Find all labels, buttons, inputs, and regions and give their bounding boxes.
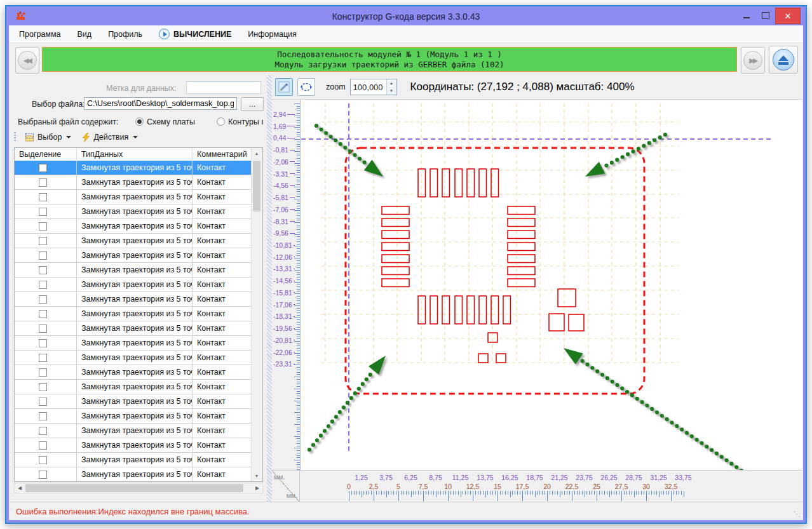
pad[interactable]: [467, 169, 475, 197]
row-checkbox[interactable]: [39, 193, 47, 201]
row-checkbox[interactable]: [39, 412, 47, 420]
select-dropdown-button[interactable]: Выбор: [21, 131, 75, 144]
table-row[interactable]: Замкнутая траектория из 5 точек.Контакт: [15, 219, 252, 234]
pad[interactable]: [508, 218, 535, 227]
column-header-selection[interactable]: Выделение: [15, 148, 77, 161]
spin-down-button[interactable]: ▼: [387, 87, 396, 95]
table-row[interactable]: Замкнутая траектория из 5 точек.Контакт: [15, 467, 252, 481]
maximize-button[interactable]: [756, 8, 775, 23]
column-header-comment[interactable]: Комментарий: [193, 148, 252, 161]
scroll-up-button[interactable]: ▲: [252, 148, 262, 159]
pad[interactable]: [508, 231, 535, 239]
next-module-button[interactable]: ▸▸: [741, 47, 765, 74]
close-button[interactable]: ✕: [775, 8, 801, 24]
pad[interactable]: [569, 314, 584, 331]
minimize-button[interactable]: [737, 8, 756, 23]
table-row[interactable]: Замкнутая траектория из 5 точек.Контакт: [15, 351, 252, 365]
table-row[interactable]: Замкнутая траектория из 5 точек.Контакт: [15, 336, 252, 351]
pad[interactable]: [430, 296, 438, 324]
board-outline[interactable]: [346, 148, 644, 394]
edit-tool-button[interactable]: [275, 78, 293, 96]
toolbar-grip-handle[interactable]: [14, 132, 16, 142]
table-row[interactable]: Замкнутая траектория из 5 точек.Контакт: [15, 321, 252, 336]
row-checkbox[interactable]: [39, 208, 47, 216]
scroll-left-button[interactable]: ◀: [15, 483, 25, 493]
row-checkbox[interactable]: [39, 383, 47, 391]
table-row[interactable]: Замкнутая траектория из 5 точек.Контакт: [15, 380, 252, 394]
pad[interactable]: [467, 296, 475, 324]
data-label-input[interactable]: [186, 81, 261, 94]
row-checkbox[interactable]: [39, 237, 47, 245]
radio-board-schematic[interactable]: [135, 117, 144, 126]
pad[interactable]: [382, 206, 409, 215]
row-checkbox[interactable]: [39, 456, 47, 464]
menu-item-profile[interactable]: Профиль: [108, 30, 142, 39]
panel-splitter[interactable]: [267, 75, 272, 502]
row-checkbox[interactable]: [39, 222, 47, 231]
pad[interactable]: [479, 169, 487, 197]
table-row[interactable]: Замкнутая траектория из 5 точек.Контакт: [15, 409, 252, 424]
pad[interactable]: [479, 296, 487, 324]
eject-module-button[interactable]: [769, 46, 798, 74]
browse-button[interactable]: ...: [241, 97, 264, 111]
pad[interactable]: [382, 243, 409, 251]
row-checkbox[interactable]: [39, 178, 47, 187]
pad[interactable]: [508, 243, 535, 251]
pad[interactable]: [508, 267, 535, 275]
table-row[interactable]: Замкнутая траектория из 5 точек.Контакт: [15, 263, 252, 278]
vertical-scroll-thumb[interactable]: [253, 161, 261, 211]
column-header-datatype[interactable]: ТипДанных: [77, 148, 193, 161]
table-row[interactable]: Замкнутая траектория из 5 точек.Контакт: [15, 204, 252, 219]
pad[interactable]: [496, 354, 506, 363]
row-checkbox[interactable]: [39, 441, 47, 450]
table-row[interactable]: Замкнутая траектория из 5 точек.Контакт: [15, 248, 252, 263]
radio-board-contours[interactable]: [217, 117, 225, 126]
table-row[interactable]: Замкнутая траектория из 5 точек.Контакт: [15, 453, 252, 467]
menu-item-info[interactable]: Информация: [248, 30, 297, 39]
scroll-right-button[interactable]: ▶: [252, 483, 262, 493]
row-checkbox[interactable]: [39, 339, 47, 347]
resize-grip-icon[interactable]: ⋱: [794, 510, 801, 518]
table-row[interactable]: Замкнутая траектория из 5 точек.Контакт: [15, 424, 252, 438]
title-bar[interactable]: Конструктор G-кода версия 3.3.0.43 ✕: [6, 6, 806, 26]
horizontal-scroll-thumb[interactable]: [25, 484, 243, 492]
spin-up-button[interactable]: ▲: [387, 79, 396, 87]
previous-module-button[interactable]: ◂◂: [15, 47, 39, 74]
pad[interactable]: [442, 296, 450, 324]
pad[interactable]: [382, 279, 409, 287]
table-row[interactable]: Замкнутая траектория из 5 точек.Контакт: [15, 234, 252, 248]
pad[interactable]: [503, 296, 511, 324]
gerber-canvas[interactable]: [300, 100, 802, 470]
table-row[interactable]: Замкнутая траектория из 5 точек.Контакт: [15, 190, 252, 204]
pad[interactable]: [442, 169, 450, 197]
row-checkbox[interactable]: [39, 281, 47, 289]
table-vertical-scrollbar[interactable]: ▲ ▼: [251, 148, 262, 481]
menu-item-view[interactable]: Вид: [78, 30, 92, 39]
pad[interactable]: [382, 231, 409, 239]
actions-dropdown-button[interactable]: Действия: [78, 131, 142, 144]
menu-item-program[interactable]: Программа: [19, 30, 61, 39]
pad[interactable]: [382, 218, 409, 227]
row-checkbox[interactable]: [39, 368, 47, 377]
table-row[interactable]: Замкнутая траектория из 5 точек.Контакт: [15, 278, 252, 292]
row-checkbox[interactable]: [39, 310, 47, 318]
pad[interactable]: [430, 169, 438, 197]
pad[interactable]: [558, 289, 576, 307]
zoom-value[interactable]: 100,000: [351, 79, 386, 95]
fit-view-button[interactable]: [297, 78, 315, 96]
zoom-spinner[interactable]: 100,000 ▲ ▼: [350, 79, 397, 95]
table-row[interactable]: Замкнутая траектория из 5 точек.Контакт: [15, 292, 252, 307]
pad[interactable]: [382, 267, 409, 275]
pad[interactable]: [455, 296, 463, 324]
pad[interactable]: [478, 354, 488, 363]
pad[interactable]: [455, 169, 463, 197]
row-checkbox[interactable]: [39, 266, 47, 274]
row-checkbox[interactable]: [39, 164, 47, 172]
file-path-input[interactable]: [84, 97, 237, 110]
table-horizontal-scrollbar[interactable]: ◀ ▶: [14, 483, 263, 493]
row-checkbox[interactable]: [39, 325, 47, 333]
pad[interactable]: [508, 255, 535, 263]
table-row[interactable]: Замкнутая траектория из 5 точек.Контакт: [15, 365, 252, 380]
scroll-down-button[interactable]: ▼: [252, 471, 262, 481]
pad[interactable]: [508, 206, 535, 215]
